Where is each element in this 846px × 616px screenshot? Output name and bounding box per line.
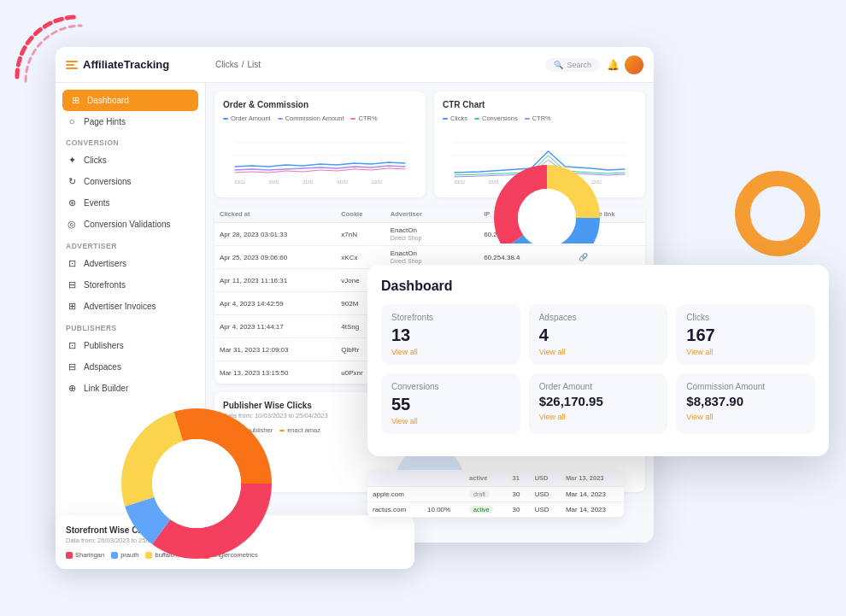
- sidebar-item-conversions[interactable]: ↻ Conversions: [56, 171, 205, 192]
- svg-text:01/02: 01/02: [338, 179, 349, 185]
- menu-icon[interactable]: [66, 61, 78, 69]
- col-advertiser: Advertiser: [385, 206, 479, 223]
- legend-commission: Commission Amount: [278, 114, 344, 122]
- stat-value-conversions: 55: [391, 395, 510, 414]
- order-commission-title: Order & Commission: [223, 100, 417, 109]
- sidebar-label-conversions: Conversions: [84, 177, 132, 186]
- stat-label-adspaces: Adspaces: [539, 313, 658, 322]
- app-title: AffiliateTracking: [83, 58, 169, 71]
- hints-icon: ○: [66, 116, 78, 126]
- stat-label-conversions: Conversions: [391, 382, 510, 391]
- svg-point-21: [152, 439, 241, 528]
- stat-clicks: Clicks 167 View all: [676, 304, 815, 365]
- sidebar-label-advertisers: Advertisers: [84, 259, 126, 268]
- stat-link-order[interactable]: View all: [539, 413, 658, 421]
- sidebar-label-adspaces: Adspaces: [84, 362, 121, 372]
- stat-value-clicks: 167: [686, 326, 805, 344]
- sidebar-label-invoices: Advertiser Invoices: [84, 302, 156, 311]
- lt-col-domain: [367, 470, 422, 487]
- sidebar-label-conv-val: Conversion Validations: [84, 220, 171, 229]
- sidebar-label-publishers: Publishers: [84, 341, 124, 350]
- section-conversion: CONVERSION: [56, 132, 205, 150]
- sidebar-label-link-builder: Link Builder: [84, 384, 128, 393]
- stat-value-adspaces: 4: [539, 326, 658, 344]
- stat-label-order: Order Amount: [539, 382, 658, 391]
- stat-storefronts: Storefronts 13 View all: [381, 304, 520, 365]
- conversions-icon: ↻: [66, 176, 78, 187]
- sidebar-label-hints: Page Hints: [84, 117, 126, 126]
- section-advertiser: ADVERTISER: [56, 235, 205, 253]
- svg-text:10/01: 10/01: [269, 179, 280, 185]
- sidebar-item-page-hints[interactable]: ○ Page Hints: [56, 111, 205, 132]
- stats-grid: Storefronts 13 View all Adspaces 4 View …: [381, 304, 815, 434]
- stat-link-adspaces[interactable]: View all: [539, 348, 658, 356]
- svg-text:03/12: 03/12: [235, 179, 246, 185]
- dashboard-title: Dashboard: [381, 279, 815, 294]
- breadcrumb-clicks: Clicks: [215, 60, 238, 69]
- stat-link-storefronts[interactable]: View all: [391, 348, 510, 356]
- stat-label-storefronts: Storefronts: [391, 313, 510, 322]
- sidebar-item-clicks[interactable]: ✦ Clicks: [56, 150, 205, 171]
- sidebar-item-publishers[interactable]: ⊡ Publishers: [56, 335, 205, 356]
- col-clicked-at: Clicked at: [214, 206, 336, 223]
- dashboard-icon: ⊞: [69, 95, 81, 106]
- breadcrumb-list: List: [247, 60, 261, 69]
- svg-text:12/02: 12/02: [372, 179, 383, 185]
- sidebar-label-dashboard: Dashboard: [87, 96, 129, 105]
- link-builder-icon: ⊕: [66, 383, 78, 394]
- sidebar-item-conv-val[interactable]: ◎ Conversion Validations: [56, 214, 205, 235]
- clicks-icon: ✦: [66, 155, 78, 166]
- legend-order-amount: Order Amount: [223, 114, 271, 122]
- legend-conversions: Conversions: [474, 114, 518, 122]
- stat-label-clicks: Clicks: [686, 313, 805, 322]
- order-commission-svg: 03/12 10/01 21/01 01/02 12/02: [223, 126, 417, 185]
- section-publishers: PUBLISHERS: [56, 317, 205, 335]
- publisher-donut-chart: [491, 158, 602, 243]
- order-commission-legend: Order Amount Commission Amount CTR%: [223, 114, 417, 122]
- adspaces-icon: ⊟: [66, 361, 78, 373]
- legend-ctr-pct: CTR%: [525, 114, 551, 122]
- bell-icon[interactable]: 🔔: [607, 59, 620, 71]
- stat-adspaces: Adspaces 4 View all: [529, 304, 668, 365]
- svg-text:03/12: 03/12: [455, 179, 466, 185]
- search-bar[interactable]: 🔍 Search: [545, 58, 600, 72]
- sidebar-label-storefronts: Storefronts: [84, 280, 126, 290]
- logo-area: AffiliateTracking: [66, 58, 215, 71]
- sidebar-item-adv-invoices[interactable]: ⊞ Advertiser Invoices: [56, 296, 205, 317]
- svg-text:21/01: 21/01: [303, 179, 314, 185]
- stat-value-commission: $8,837.90: [686, 395, 805, 409]
- avatar[interactable]: [625, 56, 643, 74]
- nav-icons: 🔔: [607, 56, 643, 74]
- top-nav: AffiliateTracking Clicks / List 🔍 Search…: [56, 47, 654, 83]
- sidebar-item-dashboard[interactable]: ⊞ Dashboard: [62, 90, 198, 111]
- stat-value-order: $26,170.95: [539, 395, 658, 409]
- order-commission-chart: Order & Commission Order Amount Commissi…: [214, 91, 426, 197]
- ctr-legend: Clicks Conversions CTR%: [443, 114, 637, 122]
- pub-legend-2: enact amaz: [279, 426, 320, 434]
- dashboard-overlay: Dashboard Storefronts 13 View all Adspac…: [367, 265, 829, 456]
- sidebar-label-clicks: Clicks: [84, 155, 107, 165]
- legend-ctr: CTR%: [350, 114, 377, 122]
- sidebar-item-advertisers[interactable]: ⊡ Advertisers: [56, 253, 205, 274]
- stat-order-amount: Order Amount $26,170.95 View all: [529, 373, 668, 434]
- storefronts-icon: ⊟: [66, 279, 78, 290]
- search-placeholder: Search: [567, 61, 591, 69]
- sidebar-item-events[interactable]: ⊛ Events: [56, 192, 205, 214]
- stat-value-storefronts: 13: [391, 326, 510, 344]
- col-cookie: Cookie: [336, 206, 385, 223]
- stat-link-commission[interactable]: View all: [686, 413, 805, 421]
- stat-link-conversions[interactable]: View all: [391, 417, 510, 425]
- conv-val-icon: ◎: [66, 219, 78, 230]
- donut-svg: [111, 398, 282, 569]
- sidebar-item-storefronts[interactable]: ⊟ Storefronts: [56, 274, 205, 296]
- breadcrumb: Clicks / List: [215, 60, 545, 69]
- legend-sharingan: Sharingan: [66, 551, 104, 559]
- stat-link-clicks[interactable]: View all: [686, 348, 805, 356]
- sidebar-item-adspaces[interactable]: ⊟ Adspaces: [56, 356, 205, 378]
- lt-col-currency: USD: [530, 470, 561, 487]
- table-row: apple.com draft 30 USD Mar 14, 2023: [367, 487, 624, 502]
- lt-col-date: Mar 13, 2023: [561, 470, 624, 487]
- search-icon: 🔍: [554, 61, 563, 69]
- lt-col-rate: [422, 470, 464, 487]
- sidebar-item-link-builder[interactable]: ⊕ Link Builder: [56, 378, 205, 399]
